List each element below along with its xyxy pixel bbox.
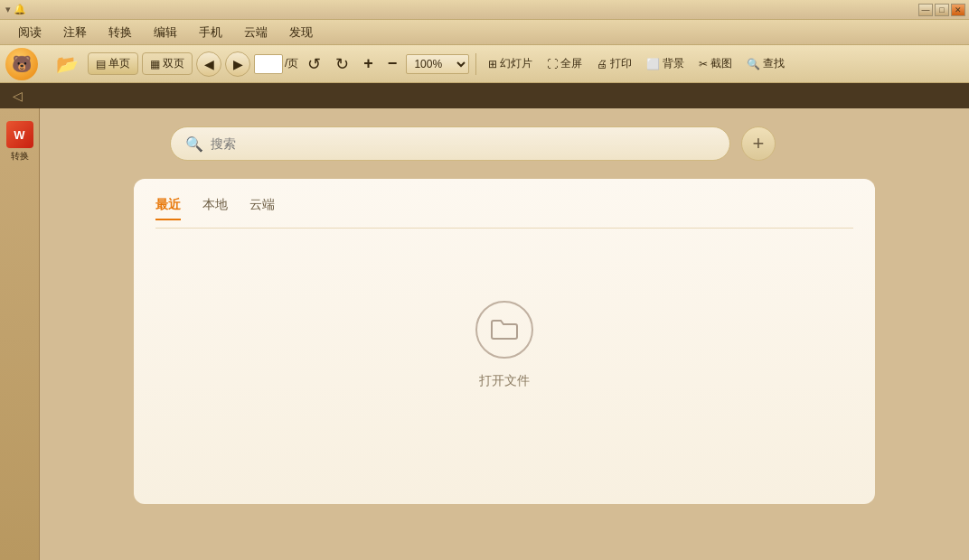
- convert-icon-box: W: [6, 121, 33, 148]
- single-page-label: 单页: [108, 56, 130, 71]
- tab-cloud[interactable]: 云端: [249, 197, 275, 220]
- fullscreen-icon: ⛶: [547, 58, 558, 70]
- fullscreen-button[interactable]: ⛶ 全屏: [541, 53, 588, 74]
- menu-annotate[interactable]: 注释: [52, 23, 98, 42]
- open-file-label: 打开文件: [479, 373, 530, 389]
- menu-bar: 阅读 注释 转换 编辑 手机 云端 发现: [0, 20, 969, 45]
- search-row: 🔍 +: [170, 126, 839, 161]
- single-page-icon: ▤: [96, 58, 106, 70]
- close-button[interactable]: ✕: [951, 4, 965, 16]
- back-button[interactable]: ◀: [196, 51, 221, 77]
- sidebar-bottom-label[interactable]: 八仪起: [14, 553, 26, 560]
- sidebar: W 转换 八仪起: [0, 108, 40, 560]
- sys-tray-icon: ▾ 🔔: [0, 4, 26, 15]
- empty-state: 打开文件: [155, 247, 853, 443]
- zoom-out-button[interactable]: −: [382, 51, 403, 76]
- nav-strip: ◁: [0, 83, 969, 108]
- redo-button[interactable]: ↻: [330, 51, 354, 77]
- search-bar: 🔍: [170, 126, 730, 161]
- screenshot-button[interactable]: ✂ 截图: [693, 53, 738, 74]
- file-panel: 最近 本地 云端 打开文件: [134, 179, 875, 504]
- undo-button[interactable]: ↺: [302, 51, 326, 77]
- search-icon: 🔍: [185, 135, 203, 153]
- menu-convert[interactable]: 转换: [98, 23, 143, 42]
- title-bar: ▾ 🔔 — □ ✕: [0, 0, 969, 20]
- add-button[interactable]: +: [741, 126, 776, 161]
- page-number-input[interactable]: [254, 54, 283, 74]
- single-page-button[interactable]: ▤ 单页: [88, 52, 138, 75]
- print-icon: 🖨: [597, 58, 607, 70]
- find-icon: 🔍: [747, 58, 760, 70]
- slideshow-button[interactable]: ⊞ 幻灯片: [483, 53, 538, 74]
- content-area: 🔍 + 最近 本地 云端 打开文件: [40, 108, 969, 560]
- double-page-label: 双页: [163, 56, 184, 71]
- background-button[interactable]: ⬜ 背景: [641, 53, 690, 74]
- print-button[interactable]: 🖨 打印: [591, 53, 637, 74]
- main-area: W 转换 八仪起 🔍 + 最近 本地 云端: [0, 108, 969, 560]
- menu-discover[interactable]: 发现: [278, 23, 324, 42]
- convert-label: 转换: [11, 150, 29, 163]
- sidebar-item-convert[interactable]: W 转换: [3, 116, 37, 166]
- app-logo[interactable]: 🐻: [5, 48, 38, 80]
- page-input-area: /页: [254, 54, 298, 74]
- menu-edit[interactable]: 编辑: [143, 23, 188, 42]
- open-file-button[interactable]: 📂: [51, 51, 84, 78]
- menu-read[interactable]: 阅读: [7, 23, 52, 42]
- folder-icon: 📂: [56, 53, 79, 75]
- toolbar: 🐻 📂 ▤ 单页 ▦ 双页 ◀ ▶ /页 ↺ ↻ + − 100% 50% 75…: [0, 45, 969, 83]
- separator-1: [475, 53, 476, 75]
- maximize-button[interactable]: □: [935, 4, 949, 16]
- zoom-select[interactable]: 100% 50% 75% 125% 150% 200%: [406, 54, 469, 74]
- tab-local[interactable]: 本地: [202, 197, 228, 220]
- find-button[interactable]: 🔍 查找: [741, 53, 790, 74]
- tab-recent[interactable]: 最近: [155, 197, 181, 220]
- convert-icon-label: W: [14, 128, 24, 142]
- search-input[interactable]: [211, 136, 715, 151]
- add-icon: +: [753, 132, 765, 155]
- tab-bar: 最近 本地 云端: [155, 197, 853, 229]
- page-suffix: /页: [285, 56, 298, 71]
- zoom-in-button[interactable]: +: [358, 51, 379, 76]
- double-page-icon: ▦: [150, 58, 160, 70]
- background-icon: ⬜: [646, 58, 660, 70]
- menu-cloud[interactable]: 云端: [233, 23, 278, 42]
- forward-button[interactable]: ▶: [225, 51, 250, 77]
- open-folder-icon[interactable]: [475, 301, 533, 359]
- minimize-button[interactable]: —: [918, 4, 933, 16]
- slideshow-icon: ⊞: [488, 58, 497, 70]
- scissors-icon: ✂: [699, 58, 708, 70]
- nav-back-button[interactable]: ◁: [7, 87, 28, 105]
- menu-phone[interactable]: 手机: [188, 23, 233, 42]
- double-page-button[interactable]: ▦ 双页: [142, 52, 193, 75]
